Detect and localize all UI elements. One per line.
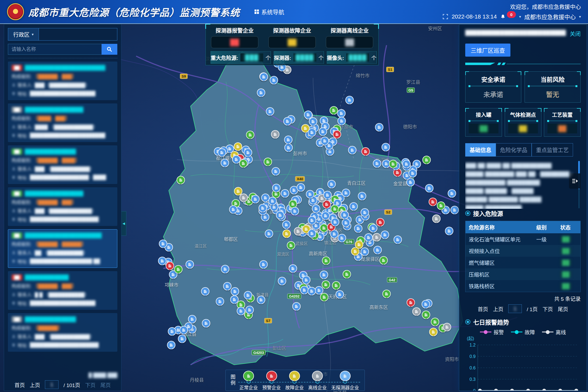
map-marker[interactable] — [323, 191, 332, 199]
company-list-item[interactable]: ███████████████████████构成级别:【██████ - ██… — [8, 229, 117, 268]
map-marker[interactable] — [373, 159, 381, 168]
map-marker[interactable] — [406, 298, 415, 307]
map-marker[interactable] — [327, 180, 336, 188]
chevron-down-icon[interactable]: ▾ — [579, 14, 581, 19]
tab-重点监管工艺[interactable]: 重点监管工艺 — [532, 143, 573, 157]
map-marker[interactable] — [220, 159, 229, 167]
map-marker[interactable] — [168, 327, 176, 336]
map-marker[interactable] — [259, 204, 267, 212]
user-menu[interactable]: 成都市应急救援中心 — [524, 13, 576, 21]
map-marker[interactable] — [451, 206, 459, 214]
map-marker[interactable] — [412, 307, 421, 316]
map-marker[interactable] — [245, 306, 254, 314]
map-marker[interactable] — [276, 211, 284, 219]
map-marker[interactable] — [240, 194, 248, 202]
sidebar-collapse-handle[interactable] — [121, 211, 126, 236]
map-marker[interactable] — [360, 208, 369, 217]
hazard-table-row[interactable]: 燃气储罐区██ — [465, 257, 580, 268]
map-marker[interactable] — [431, 318, 439, 326]
map-marker[interactable] — [432, 215, 441, 223]
company-list-item[interactable]: ████████████████构成级别:【██████ - ████】联系人:… — [8, 145, 117, 184]
map-marker[interactable] — [282, 220, 291, 229]
map-marker[interactable] — [348, 146, 356, 154]
map-marker[interactable] — [389, 160, 397, 168]
next-page-button[interactable]: 下页 — [85, 381, 96, 388]
map-marker[interactable] — [271, 130, 279, 139]
map-marker[interactable] — [429, 328, 438, 336]
map-marker[interactable] — [257, 88, 265, 97]
system-nav-button[interactable]: 系统导航 — [255, 8, 284, 16]
map-marker[interactable] — [266, 107, 274, 116]
map-marker[interactable] — [373, 246, 382, 254]
map-marker[interactable] — [302, 276, 311, 284]
map-marker[interactable] — [186, 260, 194, 269]
map-marker[interactable] — [343, 270, 351, 278]
first-page-button[interactable]: 首页 — [14, 381, 25, 388]
company-list-item[interactable]: ████████████████构成级别:【██████】联系人:███ （██… — [8, 313, 117, 352]
map-marker[interactable] — [422, 311, 430, 319]
map-marker[interactable] — [336, 290, 344, 299]
first-page-button[interactable]: 首页 — [478, 305, 488, 313]
map-marker[interactable] — [180, 326, 188, 334]
map-marker[interactable] — [167, 341, 175, 349]
map-marker[interactable] — [272, 184, 280, 192]
hazard-table-row[interactable]: 液化石油气储罐区单元一级██ — [465, 233, 580, 245]
map-marker[interactable] — [312, 204, 320, 213]
map-marker[interactable] — [309, 117, 317, 126]
map-marker[interactable] — [382, 290, 391, 298]
map-marker[interactable] — [354, 224, 362, 233]
map-marker[interactable] — [268, 197, 277, 205]
map-marker[interactable] — [265, 229, 273, 238]
map-marker[interactable] — [329, 106, 338, 115]
map-marker[interactable] — [260, 73, 268, 81]
map-marker[interactable] — [321, 212, 330, 220]
map-marker[interactable] — [244, 148, 252, 157]
map-marker[interactable] — [320, 271, 328, 279]
map-marker[interactable] — [216, 297, 224, 306]
map-marker[interactable] — [166, 262, 174, 270]
map-marker[interactable] — [331, 218, 339, 226]
map-marker[interactable] — [319, 127, 327, 136]
map-marker[interactable] — [320, 293, 328, 301]
map-marker[interactable] — [320, 224, 328, 232]
map-marker[interactable] — [284, 136, 292, 144]
map-marker[interactable] — [294, 227, 302, 235]
map-marker[interactable] — [158, 257, 166, 265]
last-page-button[interactable]: 尾页 — [558, 305, 568, 313]
map-marker[interactable] — [355, 240, 363, 249]
map-marker[interactable] — [218, 148, 226, 157]
region-select[interactable]: 行政区 ▾ — [8, 28, 39, 40]
hazard-table-row[interactable]: 压缩机区██ — [465, 268, 580, 280]
map-marker[interactable] — [230, 295, 238, 304]
map-marker[interactable] — [231, 287, 239, 296]
map-marker[interactable] — [257, 296, 265, 304]
map-marker[interactable] — [229, 205, 237, 214]
search-input[interactable] — [8, 44, 102, 55]
map-marker[interactable] — [409, 169, 417, 177]
map-marker[interactable] — [394, 235, 402, 244]
legend-entry[interactable]: 离线 — [542, 328, 566, 336]
map-marker[interactable] — [308, 216, 316, 225]
region-value-field[interactable] — [39, 28, 117, 40]
map-marker[interactable] — [223, 282, 232, 290]
map-marker[interactable] — [308, 128, 316, 137]
search-button[interactable] — [102, 44, 117, 55]
map-marker[interactable] — [422, 156, 431, 164]
map-marker[interactable] — [278, 277, 286, 285]
map-marker[interactable] — [350, 202, 358, 211]
map-marker[interactable] — [292, 302, 301, 311]
map-marker[interactable] — [239, 159, 247, 168]
next-page-button[interactable]: 下页 — [543, 305, 553, 313]
map-marker[interactable] — [297, 183, 305, 192]
company-list-item[interactable]: ██████████████████构成级别:【██████ - ███】联系人… — [8, 187, 117, 226]
map-marker[interactable] — [443, 323, 451, 331]
map-marker[interactable] — [448, 189, 456, 198]
page-input[interactable]: 1 — [45, 380, 59, 389]
map-marker[interactable] — [290, 207, 299, 215]
map-marker[interactable] — [369, 224, 378, 232]
map-marker[interactable] — [244, 291, 252, 299]
last-page-button[interactable]: 尾页 — [100, 381, 111, 388]
map-marker[interactable] — [289, 264, 297, 273]
page-input[interactable]: 1 — [508, 304, 522, 313]
map-marker[interactable] — [322, 256, 330, 265]
